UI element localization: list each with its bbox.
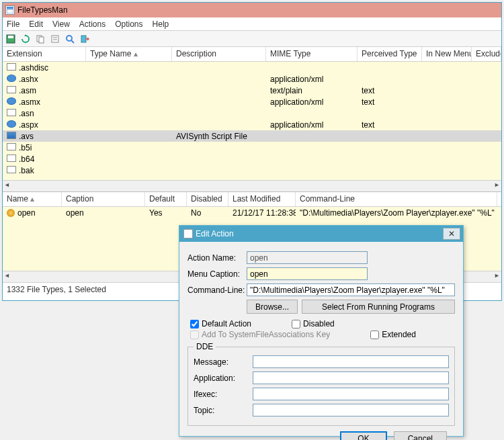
col-disabled[interactable]: Disabled [187,192,228,206]
properties-icon[interactable] [50,34,60,44]
browse-button[interactable]: Browse... [247,300,298,314]
menu-edit[interactable]: Edit [29,19,43,29]
svg-rect-5 [39,37,44,43]
table-row[interactable]: .ashxapplication/xml [3,73,501,85]
dde-message-label: Message: [194,357,253,367]
col-excluded[interactable]: Excluded [472,47,501,61]
dde-legend: DDE [194,342,216,351]
col-extension[interactable]: Extension [3,47,86,61]
menu-caption-field[interactable] [247,267,368,280]
table-row[interactable]: .asmxapplication/xmltext [3,96,501,107]
command-line-label: Command-Line: [187,285,247,295]
table-row[interactable]: .avsAVISynth Script File [3,130,501,142]
dialog-body: Action Name: Menu Caption: Command-Line:… [179,242,463,440]
svg-rect-1 [7,9,13,13]
table-row[interactable]: .aspxapplication/xmltext [3,119,501,130]
file-icon [7,109,16,116]
cancel-button[interactable]: Cancel [394,431,447,440]
app-icon [183,229,193,238]
dde-topic-field[interactable] [253,404,449,416]
app-icon [5,5,15,15]
col-perceived-type[interactable]: Perceived Type [358,47,422,61]
svg-rect-0 [7,7,13,9]
col-caption[interactable]: Caption [62,192,145,206]
edit-action-dialog: Edit Action ✕ Action Name: Menu Caption:… [179,225,464,437]
horizontal-scrollbar[interactable] [3,180,501,191]
command-line-field[interactable] [247,283,455,296]
save-icon[interactable] [5,34,16,44]
dialog-title: Edit Action [196,229,234,238]
file-icon [7,86,16,93]
close-icon: ✕ [448,229,455,238]
grid-header: Name ▴ Caption Default Disabled Last Mod… [3,192,501,207]
table-row[interactable]: .bak [3,165,501,176]
file-icon [7,63,16,71]
dde-topic-label: Topic: [194,406,253,415]
action-name-field [247,251,368,264]
copy-icon[interactable] [35,34,46,44]
dde-ifexec-field[interactable] [253,388,449,400]
menu-options[interactable]: Options [115,19,142,29]
sort-asc-icon: ▴ [134,49,138,58]
col-type-name[interactable]: Type Name ▴ [86,47,172,61]
col-name[interactable]: Name ▴ [3,192,62,206]
dialog-title-bar[interactable]: Edit Action ✕ [179,226,463,242]
table-row[interactable]: .b5i [3,142,501,153]
file-icon [7,120,16,128]
menu-file[interactable]: File [7,19,19,29]
file-icon [7,97,16,105]
grid-header: Extension Type Name ▴ Description MIME T… [3,47,501,62]
table-row[interactable]: .ashdisc [3,62,501,73]
grid-body[interactable]: .ashdisc.ashxapplication/xml.asmtext/pla… [3,62,501,180]
svg-rect-11 [81,36,86,42]
extended-checkbox[interactable]: Extended [370,330,416,339]
sort-asc-icon: ▴ [30,194,34,204]
menu-help[interactable]: Help [153,19,169,29]
menu-actions[interactable]: Actions [79,19,106,29]
menu-bar: File Edit View Actions Options Help [3,17,501,31]
dde-application-label: Application: [194,373,253,383]
file-icon [7,143,16,150]
table-row[interactable]: .asn [3,107,501,119]
col-description[interactable]: Description [172,47,266,61]
add-to-sys-checkbox: Add To SystemFileAssociations Key [190,330,330,339]
default-action-checkbox[interactable]: Default Action [190,319,251,328]
dde-message-field[interactable] [253,355,449,368]
toolbar [3,31,501,47]
select-from-running-button[interactable]: Select From Running Programs [302,300,455,314]
menu-caption-label: Menu Caption: [187,269,247,279]
table-row[interactable]: .b64 [3,153,501,165]
svg-rect-6 [52,36,58,42]
col-in-new-menu[interactable]: In New Menu [422,47,472,61]
svg-rect-3 [8,36,13,38]
ok-button[interactable]: OK [340,431,386,440]
dde-ifexec-label: Ifexec: [194,390,253,399]
title-bar[interactable]: FileTypesMan [3,3,501,17]
refresh-icon[interactable] [20,34,31,44]
find-icon[interactable] [65,34,75,44]
dde-application-field[interactable] [253,371,449,384]
exit-icon[interactable] [79,34,90,44]
close-button[interactable]: ✕ [443,228,460,240]
svg-line-10 [71,40,74,43]
svg-point-9 [67,36,72,41]
col-command-line[interactable]: Command-Line [296,192,497,206]
dde-group: DDE Message: Application: Ifexec: Topic: [187,342,455,426]
file-types-grid: Extension Type Name ▴ Description MIME T… [3,47,501,191]
file-icon [7,75,16,82]
col-last-modified[interactable]: Last Modified [228,192,296,206]
file-icon [7,166,16,173]
file-icon [7,155,16,162]
table-row[interactable]: openopenYesNo21/12/17 11:28:38"D:\Multim… [3,207,501,218]
disabled-checkbox[interactable]: Disabled [292,319,335,328]
gear-icon [7,209,15,217]
table-row[interactable]: .asmtext/plaintext [3,85,501,96]
action-name-label: Action Name: [187,253,247,263]
col-default[interactable]: Default [145,192,187,206]
file-icon [7,132,16,139]
col-mime-type[interactable]: MIME Type [266,47,358,61]
window-title: FileTypesMan [17,5,68,15]
menu-view[interactable]: View [52,19,70,29]
